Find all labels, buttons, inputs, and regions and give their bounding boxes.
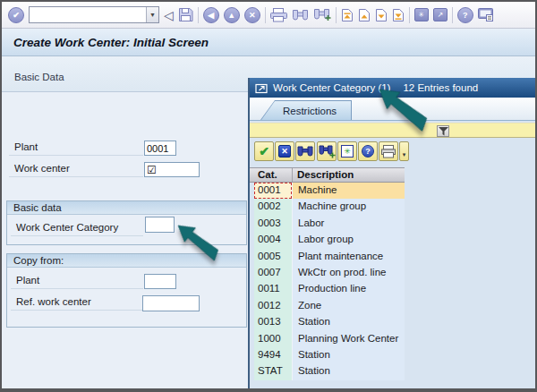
sap-window: ✔ ▼ ◁ ◀ ▲ ✕ ✳ ↗ ? Create Work Center: In…	[0, 0, 537, 392]
dialog-icon	[255, 82, 268, 94]
category-cell[interactable]: 0004	[254, 232, 292, 248]
find-icon[interactable]	[292, 9, 309, 21]
dialog-toolbar: ✔ ✕ ✳ ? ▾	[250, 139, 537, 166]
previous-page-icon[interactable]	[358, 8, 371, 22]
enter-button[interactable]: ✔	[8, 7, 24, 23]
category-cell[interactable]: 0013	[254, 314, 292, 330]
table-row[interactable]: 0002Machine group	[250, 199, 405, 215]
category-cell[interactable]: 0001	[254, 183, 292, 199]
expand-restrictions-button[interactable]	[437, 125, 449, 137]
category-cell[interactable]: 0007	[254, 265, 292, 281]
new-session-icon[interactable]: ✳	[414, 8, 429, 21]
print-dropdown-button[interactable]: ▾	[399, 141, 409, 161]
binoculars-plus-icon	[319, 145, 336, 158]
save-icon[interactable]	[178, 7, 193, 22]
description-cell[interactable]: Station	[292, 347, 405, 363]
print-icon[interactable]	[270, 8, 287, 22]
print-icon	[380, 145, 396, 158]
description-cell[interactable]: Machine group	[292, 199, 405, 215]
work-center-category-label: Work Center Category	[11, 220, 143, 236]
table-row[interactable]: 0005Plant maintenance	[250, 249, 405, 265]
question-icon: ?	[463, 11, 468, 20]
work-center-input[interactable]	[144, 162, 200, 177]
category-cell[interactable]: 0005	[254, 249, 292, 265]
binoculars-icon	[297, 146, 313, 158]
close-button[interactable]: ✕	[275, 141, 294, 161]
category-cell[interactable]: 0003	[254, 216, 292, 232]
table-row[interactable]: 9494Station	[250, 347, 405, 363]
customize-layout-icon[interactable]	[478, 8, 493, 21]
last-page-icon[interactable]	[392, 8, 405, 22]
ref-work-center-label: Ref. work center	[11, 294, 143, 311]
back-button[interactable]: ◀	[203, 7, 219, 23]
category-table-body: 0001Machine0002Machine group0003Labor000…	[250, 183, 405, 380]
entries-found-label: 12 Entries found	[403, 82, 478, 93]
table-row[interactable]: 0011Production line	[250, 281, 405, 297]
category-cell[interactable]: 9494	[254, 347, 292, 363]
description-cell[interactable]: Plant maintenance	[292, 249, 405, 265]
description-cell[interactable]: Station	[292, 363, 405, 379]
table-row[interactable]: 0003Labor	[250, 216, 405, 232]
copy-plant-input[interactable]	[144, 274, 176, 289]
category-cell[interactable]: STAT	[254, 363, 292, 379]
accept-button[interactable]: ✔	[254, 141, 274, 161]
first-page-icon[interactable]	[341, 8, 354, 22]
arrow-up-right-icon: ↗	[437, 11, 443, 19]
description-cell[interactable]: Machine	[292, 183, 405, 199]
star-icon: ✳	[418, 11, 424, 19]
column-header-description[interactable]: Description	[297, 169, 354, 180]
restrictions-collapsed-strip	[250, 123, 537, 138]
screen-titlebar: Create Work Center: Initial Screen	[2, 29, 535, 56]
help-button[interactable]: ?	[457, 7, 473, 23]
separator	[452, 7, 453, 23]
table-row[interactable]: 0012Zone	[250, 298, 405, 314]
next-page-icon[interactable]	[375, 8, 388, 22]
up-icon: ▲	[227, 11, 235, 20]
description-cell[interactable]: Labor	[292, 216, 405, 232]
collapse-icon[interactable]: ◁	[164, 9, 174, 21]
dialog-title: Work Center Category (1)	[273, 82, 390, 93]
tab-restrictions[interactable]: Restrictions	[260, 100, 352, 120]
funnel-icon	[439, 127, 448, 136]
command-input[interactable]	[30, 8, 146, 21]
category-cell[interactable]: 0012	[254, 298, 292, 314]
find-button[interactable]	[295, 141, 315, 161]
separator	[265, 7, 266, 23]
separator	[336, 7, 337, 23]
check-icon: ✔	[259, 144, 269, 158]
table-row[interactable]: STATStation	[250, 363, 405, 379]
column-header-cat[interactable]: Cat.	[258, 169, 277, 180]
category-cell[interactable]: 0011	[254, 281, 292, 297]
close-icon: ✕	[249, 11, 256, 20]
plant-input[interactable]	[144, 141, 176, 156]
description-cell[interactable]: Labor group	[292, 232, 405, 248]
multiple-selection-button[interactable]: ✳	[337, 141, 357, 161]
work-center-label: Work center	[9, 161, 143, 177]
description-cell[interactable]: Production line	[292, 281, 405, 297]
table-row[interactable]: 0007WkCtr on prod. line	[250, 265, 405, 281]
category-cell[interactable]: 0002	[254, 199, 292, 215]
chevron-down-icon[interactable]: ▼	[146, 7, 158, 22]
find-next-button[interactable]	[317, 141, 337, 161]
separator	[198, 7, 199, 23]
basic-data-button[interactable]: Basic Data	[14, 72, 64, 82]
create-shortcut-icon[interactable]: ↗	[433, 8, 448, 21]
command-field[interactable]: ▼	[29, 6, 159, 23]
find-next-icon[interactable]	[313, 8, 331, 21]
table-row[interactable]: 0004Labor group	[250, 232, 405, 248]
help-button[interactable]: ?	[358, 141, 378, 161]
table-row[interactable]: 0001Machine	[250, 183, 405, 199]
close-icon: ✕	[278, 145, 291, 158]
description-cell[interactable]: Planning Work Center	[292, 331, 405, 347]
print-button[interactable]	[379, 141, 398, 161]
table-row[interactable]: 1000Planning Work Center	[250, 331, 405, 347]
work-center-category-input[interactable]	[145, 217, 175, 233]
description-cell[interactable]: Station	[292, 314, 405, 330]
description-cell[interactable]: Zone	[292, 298, 405, 314]
table-row[interactable]: 0013Station	[250, 314, 405, 330]
exit-button[interactable]: ▲	[224, 7, 240, 23]
cancel-button[interactable]: ✕	[244, 7, 260, 23]
ref-work-center-input[interactable]	[142, 295, 200, 311]
description-cell[interactable]: WkCtr on prod. line	[292, 265, 405, 281]
category-cell[interactable]: 1000	[254, 331, 292, 347]
